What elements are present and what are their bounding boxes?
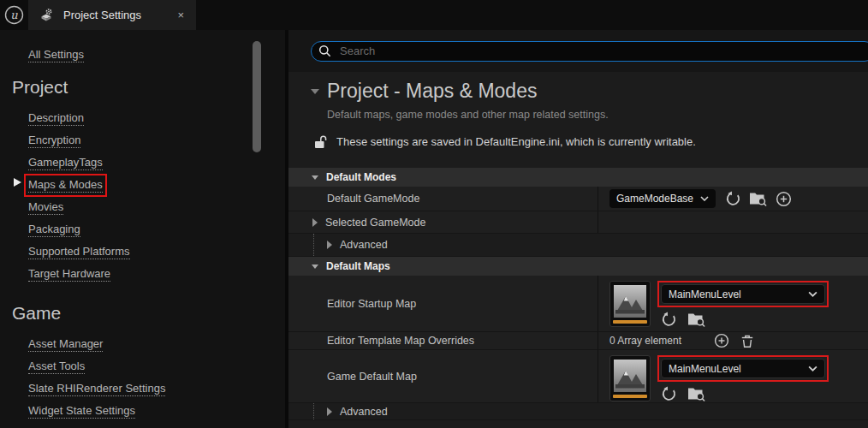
- details-panel: Project - Maps & Modes Default maps, gam…: [288, 72, 868, 428]
- sidebar-item-maps-and-modes[interactable]: Maps & Modes: [28, 176, 285, 199]
- page-subtitle: Default maps, game modes and other map r…: [327, 109, 868, 121]
- sidebar-item-asset-tools[interactable]: Asset Tools: [28, 358, 285, 380]
- use-selected-asset-icon[interactable]: [724, 191, 740, 207]
- selected-section-arrow-icon: [14, 178, 21, 187]
- search-row: [288, 30, 868, 72]
- level-asset-color-bar: [613, 395, 647, 398]
- row-editor-template-map-overrides: Editor Template Map Overrides 0 Array el…: [288, 332, 868, 350]
- sidebar-item-packaging[interactable]: Packaging: [28, 221, 285, 243]
- level-asset-color-bar: [613, 320, 647, 324]
- sidebar-item-slate-rhirenderer-settings[interactable]: Slate RHIRenderer Settings: [28, 380, 285, 402]
- title-bar: u Project Settings ×: [0, 0, 868, 30]
- expand-arrow-icon[interactable]: [327, 241, 332, 249]
- add-gamemode-icon[interactable]: [776, 191, 792, 207]
- expand-arrow-icon[interactable]: [312, 218, 318, 227]
- section-header-default-modes[interactable]: Default Modes: [288, 168, 868, 187]
- search-input[interactable]: [338, 44, 868, 58]
- sidebar-item-zen-streaming[interactable]: Zen Streaming: [28, 425, 285, 428]
- page-header: Project - Maps & Modes Default maps, gam…: [288, 72, 868, 168]
- indent-guide: [313, 234, 314, 256]
- row-default-gamemode: Default GameMode GameModeBase: [288, 187, 868, 211]
- default-gamemode-dropdown[interactable]: GameModeBase: [609, 189, 716, 208]
- annotation-box-maps-and-modes: Maps & Modes: [28, 178, 103, 193]
- map-thumbnail-button[interactable]: [609, 355, 651, 401]
- indent-guide: [313, 403, 314, 419]
- map-thumbnail-button[interactable]: [609, 281, 651, 327]
- sidebar-heading-game: Game: [12, 303, 285, 324]
- sidebar-item-encryption[interactable]: Encryption: [28, 132, 285, 154]
- sidebar-item-target-hardware[interactable]: Target Hardware: [28, 265, 285, 288]
- map-thumbnail-image: [614, 360, 646, 392]
- editor-startup-map-dropdown[interactable]: MainMenuLevel: [661, 284, 825, 304]
- row-editor-startup-map: Editor Startup Map: [288, 276, 868, 332]
- tab-project-settings[interactable]: Project Settings ×: [28, 0, 196, 30]
- browse-to-asset-icon[interactable]: [687, 312, 705, 327]
- chevron-down-icon: [808, 291, 817, 297]
- settings-sidebar: All Settings Project Description Encrypt…: [0, 30, 288, 428]
- array-element-count: 0 Array element: [609, 335, 681, 347]
- search-icon: [318, 45, 331, 57]
- sidebar-item-asset-manager[interactable]: Asset Manager: [28, 336, 285, 358]
- map-thumbnail-image: [614, 285, 646, 318]
- project-settings-window: u Project Settings × All Settings Projec…: [0, 0, 868, 428]
- collapse-section-icon: [312, 265, 318, 269]
- sidebar-item-all-settings[interactable]: All Settings: [28, 48, 84, 62]
- unreal-logo-icon: u: [4, 5, 24, 25]
- chevron-down-icon: [808, 366, 817, 372]
- sidebar-item-widget-state-settings[interactable]: Widget State Settings: [28, 402, 285, 425]
- sidebar-item-gameplaytags[interactable]: GameplayTags: [28, 154, 285, 176]
- panel-filler: [288, 420, 868, 428]
- svg-text:u: u: [10, 9, 18, 21]
- chevron-down-icon: [700, 196, 709, 201]
- unreal-menu-button[interactable]: u: [3, 3, 26, 27]
- delete-array-elements-icon[interactable]: [740, 334, 754, 348]
- collapse-section-icon: [312, 175, 318, 180]
- editor-template-map-overrides-label: Editor Template Map Overrides: [327, 335, 474, 347]
- use-selected-asset-icon[interactable]: [660, 312, 676, 328]
- project-settings-icon: [39, 8, 54, 22]
- default-gamemode-label: Default GameMode: [327, 193, 419, 205]
- settings-main-panel: Project - Maps & Modes Default maps, gam…: [288, 30, 868, 428]
- tab-close-icon[interactable]: ×: [174, 8, 187, 22]
- browse-to-asset-icon[interactable]: [687, 386, 705, 401]
- selected-gamemode-label: Selected GameMode: [325, 217, 425, 229]
- expand-arrow-icon[interactable]: [327, 407, 332, 416]
- row-advanced-default-maps[interactable]: Advanced: [288, 403, 868, 420]
- collapse-title-icon[interactable]: [311, 89, 319, 94]
- game-default-map-dropdown[interactable]: MainMenuLevel: [661, 359, 825, 378]
- add-array-element-icon[interactable]: [714, 333, 729, 348]
- sidebar-heading-project: Project: [12, 77, 285, 98]
- sidebar-scrollbar[interactable]: [253, 41, 261, 152]
- config-writable-notice: These settings are saved in DefaultEngin…: [336, 135, 696, 148]
- annotation-box-editor-startup-map: MainMenuLevel: [657, 281, 829, 307]
- use-selected-asset-icon[interactable]: [660, 386, 676, 402]
- section-header-default-maps[interactable]: Default Maps: [288, 257, 868, 276]
- row-advanced-default-modes[interactable]: Advanced: [288, 234, 868, 257]
- annotation-box-game-default-map: MainMenuLevel: [657, 355, 829, 382]
- row-game-default-map: Game Default Map: [288, 350, 868, 403]
- game-default-map-label: Game Default Map: [327, 371, 417, 383]
- unlocked-icon: [314, 134, 327, 149]
- search-bar[interactable]: [311, 41, 868, 62]
- page-title: Project - Maps & Modes: [327, 80, 537, 103]
- sidebar-item-description[interactable]: Description: [28, 110, 285, 132]
- tab-title: Project Settings: [63, 9, 141, 21]
- sidebar-item-movies[interactable]: Movies: [28, 199, 285, 221]
- sidebar-item-supported-platforms[interactable]: Supported Platforms: [28, 243, 285, 265]
- row-selected-gamemode[interactable]: Selected GameMode: [288, 211, 868, 234]
- editor-startup-map-label: Editor Startup Map: [327, 298, 416, 310]
- browse-to-asset-icon[interactable]: [749, 191, 767, 206]
